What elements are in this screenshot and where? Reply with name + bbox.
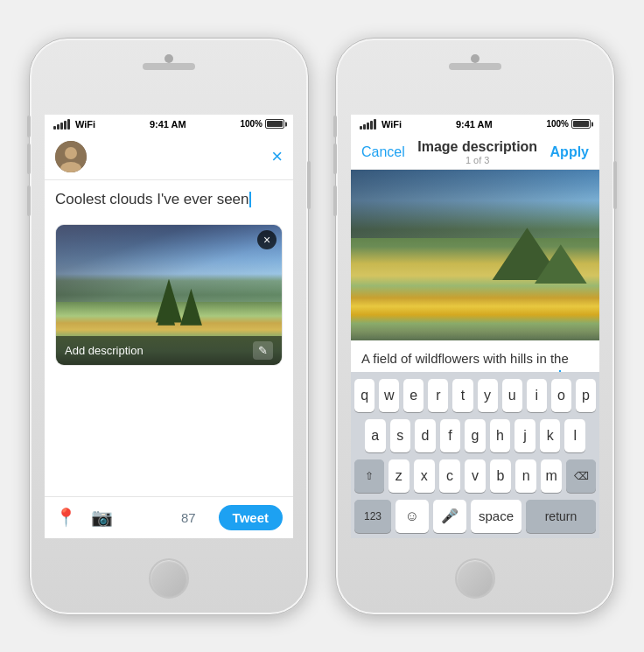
key-w[interactable]: w — [379, 379, 399, 412]
key-j[interactable]: j — [514, 419, 536, 452]
phone-power-button-1 — [307, 161, 311, 209]
mic-key[interactable]: 🎤 — [433, 500, 466, 533]
key-h[interactable]: h — [490, 419, 511, 452]
battery-fill-2 — [573, 121, 589, 127]
key-a[interactable]: a — [365, 419, 386, 452]
status-left-1: WiFi — [53, 119, 95, 130]
emoji-key[interactable]: ☺ — [396, 500, 429, 533]
signal-bar-3 — [60, 123, 63, 130]
key-o[interactable]: o — [551, 379, 571, 412]
phone-speaker-1 — [143, 63, 195, 70]
image-desc-subtitle: 1 of 3 — [417, 155, 537, 165]
key-y[interactable]: y — [478, 379, 498, 412]
battery-pct-2: 100% — [546, 119, 569, 129]
keyboard: q w e r t y u i o p a s d f g h j k — [351, 372, 599, 538]
key-t[interactable]: t — [452, 379, 472, 412]
phone-vol-up-2 — [333, 144, 337, 174]
nav-title-area: Image description 1 of 3 — [417, 139, 537, 165]
return-key[interactable]: return — [526, 500, 596, 533]
keyboard-row-3: ⇧ z x c v b n m ⌫ — [354, 459, 596, 493]
tweet-image-container: × Add description ✎ — [55, 224, 283, 366]
apply-button[interactable]: Apply — [550, 144, 589, 160]
key-z[interactable]: z — [388, 459, 410, 493]
battery-icon-1 — [265, 119, 284, 129]
cloud-overlay-2 — [351, 170, 599, 238]
signal-bar-1 — [53, 126, 56, 130]
numbers-key[interactable]: 123 — [354, 500, 391, 533]
signal-bar-5 — [67, 119, 70, 130]
space-key[interactable]: space — [471, 500, 522, 533]
phone-mute-1 — [27, 116, 31, 137]
phone-1: WiFi 9:41 AM 100% × Coolest — [29, 38, 309, 615]
user-avatar[interactable] — [55, 141, 87, 172]
status-right-2: 100% — [546, 119, 591, 129]
text-cursor-1 — [249, 192, 251, 207]
phone-mute-2 — [333, 116, 337, 137]
signal-bars-1 — [53, 119, 70, 130]
signal-bar-c — [367, 123, 369, 130]
svg-point-1 — [65, 147, 77, 159]
signal-bar-4 — [64, 121, 66, 130]
battery-fill-1 — [267, 121, 283, 127]
signal-bar-a — [360, 126, 362, 130]
key-x[interactable]: x — [414, 459, 435, 493]
wifi-label-2: WiFi — [382, 119, 402, 130]
status-left-2: WiFi — [360, 119, 402, 130]
keyboard-bottom-row: 123 ☺ 🎤 space return — [354, 500, 596, 533]
signal-bars-2 — [360, 119, 376, 130]
location-icon[interactable]: 📍 — [55, 507, 77, 528]
remove-photo-button[interactable]: × — [257, 230, 276, 249]
key-b[interactable]: b — [490, 459, 511, 493]
phone-camera-1 — [164, 54, 173, 63]
tweet-text-area[interactable]: Coolest clouds I've ever seen — [45, 180, 293, 224]
key-g[interactable]: g — [465, 419, 486, 452]
battery-pct-1: 100% — [240, 119, 262, 129]
keyboard-row-1: q w e r t y u i o p — [354, 379, 596, 412]
key-s[interactable]: s — [390, 419, 411, 452]
char-count: 87 — [181, 510, 196, 525]
key-c[interactable]: c — [439, 459, 460, 493]
key-r[interactable]: r — [428, 379, 448, 412]
key-v[interactable]: v — [465, 459, 486, 493]
cancel-button[interactable]: Cancel — [361, 144, 405, 160]
add-description-label: Add description — [65, 344, 144, 357]
tweet-button[interactable]: Tweet — [219, 505, 283, 530]
delete-key[interactable]: ⌫ — [566, 459, 596, 493]
key-f[interactable]: f — [440, 419, 461, 452]
camera-icon[interactable]: 📷 — [91, 507, 113, 528]
phone-home-button-2[interactable] — [455, 558, 495, 599]
key-k[interactable]: k — [540, 419, 561, 452]
key-n[interactable]: n — [515, 459, 536, 493]
phone-vol-down-2 — [333, 186, 337, 216]
signal-bar-b — [363, 124, 366, 130]
key-u[interactable]: u — [502, 379, 522, 412]
signal-bar-d — [370, 121, 373, 130]
wifi-label-1: WiFi — [75, 119, 95, 130]
key-m[interactable]: m — [541, 459, 562, 493]
key-i[interactable]: i — [527, 379, 547, 412]
close-icon[interactable]: × — [271, 147, 283, 166]
signal-bar-2 — [57, 124, 60, 130]
phone-home-button-1[interactable] — [149, 558, 189, 599]
status-bar-1: WiFi 9:41 AM 100% — [45, 115, 293, 134]
keyboard-row-2: a s d f g h j k l — [354, 419, 596, 452]
phone-camera-2 — [471, 54, 480, 63]
tweet-text: Coolest clouds I've ever seen — [55, 191, 249, 207]
edit-pencil-icon[interactable]: ✎ — [253, 341, 273, 360]
phone-vol-up-1 — [27, 144, 31, 174]
phone-screen-1: WiFi 9:41 AM 100% × Coolest — [45, 115, 293, 538]
phone-2: WiFi 9:41 AM 100% Cancel Image descripti… — [335, 38, 615, 615]
phone-speaker-2 — [449, 63, 501, 70]
key-q[interactable]: q — [354, 379, 374, 412]
shift-key[interactable]: ⇧ — [354, 459, 384, 493]
key-e[interactable]: e — [403, 379, 424, 412]
image-desc-title: Image description — [417, 139, 537, 155]
key-p[interactable]: p — [576, 379, 596, 412]
key-l[interactable]: l — [564, 419, 585, 452]
status-time-1: 9:41 AM — [150, 119, 186, 130]
key-d[interactable]: d — [415, 419, 436, 452]
phone-power-button-2 — [613, 161, 617, 209]
status-bar-2: WiFi 9:41 AM 100% — [351, 115, 599, 134]
compose-toolbar: 📍 📷 87 Tweet — [45, 496, 293, 538]
image-desc-nav: Cancel Image description 1 of 3 Apply — [351, 134, 599, 170]
